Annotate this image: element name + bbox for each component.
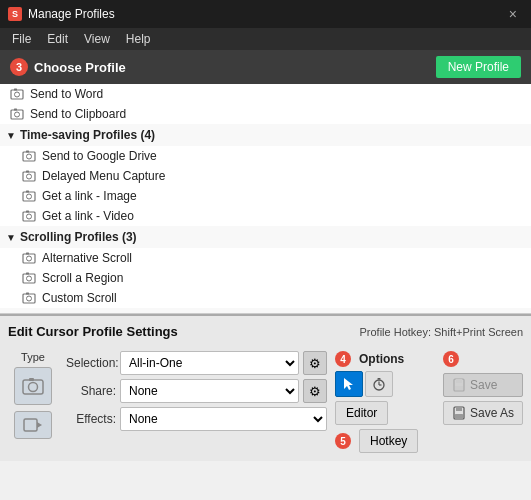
profile-hotkey-info: Profile Hotkey: Shift+Print Screen [359, 326, 523, 338]
camera-type-icon [22, 375, 44, 397]
options-badge: 4 [335, 351, 351, 367]
svg-rect-31 [24, 419, 37, 431]
svg-rect-21 [23, 274, 35, 283]
svg-rect-17 [26, 211, 29, 213]
svg-point-10 [27, 174, 32, 179]
list-item[interactable]: Get a link - Image [0, 186, 531, 206]
item-label: Scroll a Region [42, 271, 123, 285]
list-item[interactable]: Alternative Scroll [0, 248, 531, 268]
main-content: 3 Choose Profile New Profile Send to Wor… [0, 50, 531, 500]
field-label-share: Share: [66, 384, 116, 398]
svg-point-7 [27, 154, 32, 159]
camera-icon [22, 251, 36, 265]
item-label: Get a link - Image [42, 189, 137, 203]
field-label-effects: Effects: [66, 412, 116, 426]
fields-panel: Selection: All-in-One Region Window ⚙ Sh… [66, 351, 327, 453]
svg-rect-23 [26, 273, 29, 275]
type-camera-icon-box[interactable] [14, 367, 52, 405]
camera-icon [22, 209, 36, 223]
svg-point-29 [29, 383, 38, 392]
svg-rect-39 [456, 379, 462, 383]
editor-button[interactable]: Editor [335, 401, 388, 425]
group-label: Time-saving Profiles (4) [20, 128, 155, 142]
title-bar: S Manage Profiles × [0, 0, 531, 28]
share-gear-button[interactable]: ⚙ [303, 379, 327, 403]
group-label: Scrolling Profiles (3) [20, 230, 137, 244]
item-label: Send to Word [30, 87, 103, 101]
svg-rect-11 [26, 171, 29, 173]
svg-marker-32 [37, 422, 42, 428]
list-item[interactable]: Send to Google Drive [0, 146, 531, 166]
list-item[interactable]: Delayed Menu Capture [0, 166, 531, 186]
options-icons-row [335, 371, 435, 397]
app-icon: S [8, 7, 22, 21]
svg-point-16 [27, 214, 32, 219]
svg-point-25 [27, 296, 32, 301]
hotkey-badge: 5 [335, 433, 351, 449]
options-label: Options [359, 352, 404, 366]
camera-icon [22, 271, 36, 285]
edit-panel-title: Edit Cursor Profile Settings [8, 324, 178, 339]
svg-rect-3 [11, 110, 23, 119]
selection-dropdown[interactable]: All-in-One Region Window [120, 351, 299, 375]
type-label: Type [21, 351, 45, 363]
svg-rect-12 [23, 192, 35, 201]
field-label-selection: Selection: [66, 356, 116, 370]
item-label: Send to Clipboard [30, 107, 126, 121]
menu-edit[interactable]: Edit [39, 30, 76, 48]
svg-marker-33 [344, 378, 353, 390]
group-header-scrolling[interactable]: ▼ Scrolling Profiles (3) [0, 226, 531, 248]
svg-rect-43 [455, 414, 463, 418]
svg-rect-20 [26, 253, 29, 255]
menu-file[interactable]: File [4, 30, 39, 48]
svg-rect-30 [29, 378, 34, 381]
timer-option-button[interactable] [365, 371, 393, 397]
hotkey-button[interactable]: Hotkey [359, 429, 418, 453]
save-as-button[interactable]: Save As [443, 401, 523, 425]
svg-point-22 [27, 276, 32, 281]
svg-rect-26 [26, 293, 29, 295]
expand-arrow-icon: ▼ [6, 314, 16, 315]
group-header-timesaving[interactable]: ▼ Time-saving Profiles (4) [0, 124, 531, 146]
svg-rect-24 [23, 294, 35, 303]
svg-rect-8 [26, 151, 29, 153]
svg-rect-18 [23, 254, 35, 263]
save-badge: 6 [443, 351, 459, 367]
save-icon [452, 378, 466, 392]
effects-dropdown[interactable]: None Blur Shadow [120, 407, 327, 431]
field-row-selection: Selection: All-in-One Region Window ⚙ [66, 351, 327, 375]
field-row-effects: Effects: None Blur Shadow [66, 407, 327, 431]
list-item[interactable]: Get a link - Video [0, 206, 531, 226]
profile-list[interactable]: Send to Word Send to Clipboard ▼ Time-sa… [0, 84, 531, 314]
field-row-share: Share: None Email Google Drive ⚙ [66, 379, 327, 403]
menu-view[interactable]: View [76, 30, 118, 48]
camera-icon [10, 87, 24, 101]
clock-mode-icon [372, 377, 386, 391]
new-profile-button[interactable]: New Profile [436, 56, 521, 78]
camera-icon [22, 291, 36, 305]
choose-profile-title: Choose Profile [34, 60, 126, 75]
video-type-icon [23, 417, 43, 433]
type-panel: Type [8, 351, 58, 453]
svg-rect-14 [26, 191, 29, 193]
type-video-icon-box[interactable] [14, 411, 52, 439]
svg-rect-2 [14, 89, 17, 91]
selection-gear-button[interactable]: ⚙ [303, 351, 327, 375]
camera-icon [22, 189, 36, 203]
camera-icon [22, 169, 36, 183]
close-button[interactable]: × [503, 4, 523, 24]
item-label: Alternative Scroll [42, 251, 132, 265]
svg-rect-42 [456, 407, 462, 411]
list-item[interactable]: Custom Scroll [0, 288, 531, 308]
group-header-myprofiles[interactable]: ▼ My Profiles (1) [0, 308, 531, 314]
cursor-option-button[interactable] [335, 371, 363, 397]
list-item[interactable]: Send to Clipboard [0, 104, 531, 124]
menu-help[interactable]: Help [118, 30, 159, 48]
svg-point-19 [27, 256, 32, 261]
choose-profile-header: 3 Choose Profile New Profile [0, 50, 531, 84]
list-item[interactable]: Send to Word [0, 84, 531, 104]
window-title: Manage Profiles [28, 7, 115, 21]
list-item[interactable]: Scroll a Region [0, 268, 531, 288]
cursor-mode-icon [342, 377, 356, 391]
share-dropdown[interactable]: None Email Google Drive [120, 379, 299, 403]
